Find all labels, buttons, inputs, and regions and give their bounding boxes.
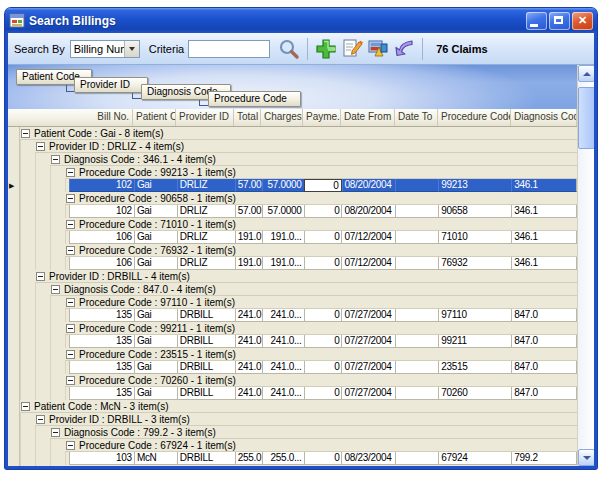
table-row[interactable]: 106GaiDRLIZ191.0...191.0...007/12/200476… xyxy=(8,257,577,270)
cell-payments[interactable]: 0 xyxy=(304,231,342,244)
vertical-scrollbar[interactable] xyxy=(577,65,594,466)
column-header-date-to[interactable]: Date To xyxy=(395,109,438,126)
group-row[interactable]: Procedure Code : 99213 - 1 item(s) xyxy=(8,166,577,179)
collapse-icon[interactable] xyxy=(21,129,30,138)
cell-date-from[interactable]: 07/12/2004 xyxy=(341,231,395,244)
cell-payments[interactable]: 0 xyxy=(304,257,342,270)
cell-date-to[interactable] xyxy=(395,231,438,244)
group-header[interactable]: Diagnosis Code : 847.0 - 4 item(s) xyxy=(50,283,577,296)
cell-bill-no[interactable]: 135 xyxy=(69,309,134,322)
cell-diagnosis-code[interactable]: 847.0 xyxy=(511,309,577,322)
cell-date-from[interactable]: 08/20/2004 xyxy=(342,179,396,192)
table-row[interactable]: 103McNDRBILL255.0...255.0...008/23/20046… xyxy=(8,452,577,465)
group-row[interactable]: Provider ID : DRLIZ - 4 item(s) xyxy=(8,140,577,153)
cell-charges[interactable]: 57.0000 xyxy=(262,205,304,218)
group-row[interactable]: Procedure Code : 67924 - 1 item(s) xyxy=(8,439,577,452)
add-button[interactable] xyxy=(313,36,339,62)
cell-payments[interactable]: 0 xyxy=(304,205,342,218)
table-row[interactable]: 135GaiDRBILL241.0...241.0...007/27/20042… xyxy=(8,361,577,374)
group-by-provider-id[interactable]: Provider ID xyxy=(74,77,148,93)
cell-payments[interactable]: 0 xyxy=(304,387,342,400)
maximize-button[interactable] xyxy=(549,12,570,30)
collapse-icon[interactable] xyxy=(66,194,75,203)
table-row[interactable]: 135GaiDRBILL241.0...241.0...007/27/20049… xyxy=(8,309,577,322)
group-header[interactable]: Procedure Code : 71010 - 1 item(s) xyxy=(65,218,577,231)
group-header[interactable]: Procedure Code : 76932 - 1 item(s) xyxy=(65,244,577,257)
title-bar[interactable]: Search Billings ✕ xyxy=(5,8,597,33)
cell-date-from[interactable]: 08/23/2004 xyxy=(341,452,395,465)
cell-bill-no[interactable]: 135 xyxy=(69,335,134,348)
collapse-icon[interactable] xyxy=(36,272,45,281)
cell-payments[interactable]: 0 xyxy=(304,335,342,348)
cell-diagnosis-code[interactable]: 346.1 xyxy=(511,205,577,218)
group-header[interactable]: Diagnosis Code : 346.1 - 4 item(s) xyxy=(50,153,577,166)
group-header[interactable] xyxy=(65,465,577,466)
group-row[interactable]: Procedure Code : 70260 - 1 item(s) xyxy=(8,374,577,387)
group-header[interactable]: Procedure Code : 99211 - 1 item(s) xyxy=(65,322,577,335)
group-row[interactable]: Diagnosis Code : 346.1 - 4 item(s) xyxy=(8,153,577,166)
group-row[interactable]: Provider ID : DRBILL - 4 item(s) xyxy=(8,270,577,283)
criteria-input[interactable] xyxy=(188,40,270,58)
cell-provider-id[interactable]: DRLIZ xyxy=(177,205,235,218)
group-header[interactable]: Provider ID : DRBILL - 3 item(s) xyxy=(35,413,577,426)
cell-payments[interactable]: 0 xyxy=(304,309,342,322)
group-header[interactable]: Provider ID : DRBILL - 4 item(s) xyxy=(35,270,577,283)
cell-procedure-code[interactable]: 97110 xyxy=(438,309,511,322)
cell-diagnosis-code[interactable]: 847.0 xyxy=(511,387,577,400)
search-by-dropdown[interactable]: Billing Number xyxy=(70,40,140,58)
cell-total[interactable]: 241.0... xyxy=(235,309,262,322)
dropdown-arrow-button[interactable] xyxy=(124,41,139,57)
cell-diagnosis-code[interactable]: 346.1 xyxy=(511,257,577,270)
group-row[interactable]: Diagnosis Code : 799.2 - 3 item(s) xyxy=(8,426,577,439)
table-row[interactable]: 135GaiDRBILL241.0...241.0...007/27/20049… xyxy=(8,335,577,348)
group-row[interactable] xyxy=(8,465,577,466)
cell-total[interactable]: 191.0... xyxy=(235,231,262,244)
cell-procedure-code[interactable]: 76932 xyxy=(438,257,511,270)
cell-procedure-code[interactable]: 99213 xyxy=(438,179,511,192)
scroll-up-button[interactable] xyxy=(578,65,594,82)
cell-date-to[interactable] xyxy=(395,257,438,270)
cell-total[interactable]: 241.0... xyxy=(235,335,262,348)
group-header[interactable]: Procedure Code : 70260 - 1 item(s) xyxy=(65,374,577,387)
cell-charges[interactable]: 241.0... xyxy=(262,335,304,348)
column-header-diagnosis-code[interactable]: Diagnosis Code xyxy=(511,109,577,126)
close-button[interactable]: ✕ xyxy=(572,12,593,30)
cell-provider-id[interactable]: DRLIZ xyxy=(177,179,235,192)
cell-date-to[interactable] xyxy=(395,387,438,400)
cell-date-to[interactable] xyxy=(395,335,438,348)
cell-bill-no[interactable]: 106 xyxy=(69,231,134,244)
table-row[interactable]: 102GaiDRLIZ57.00...57.0000008/20/2004906… xyxy=(8,205,577,218)
cell-charges[interactable]: 241.0... xyxy=(262,387,304,400)
preview-button[interactable] xyxy=(365,36,391,62)
table-row[interactable]: ▶102GaiDRLIZ57.00...57.0000008/20/200499… xyxy=(8,179,577,192)
group-row[interactable]: Procedure Code : 90658 - 1 item(s) xyxy=(8,192,577,205)
cell-bill-no[interactable]: 102 xyxy=(69,205,134,218)
group-row[interactable]: Procedure Code : 71010 - 1 item(s) xyxy=(8,218,577,231)
column-header-payments[interactable]: Payme... xyxy=(303,109,341,126)
group-row[interactable]: Patient Code : Gai - 8 item(s) xyxy=(8,127,577,140)
collapse-icon[interactable] xyxy=(66,376,75,385)
cell-patient-code[interactable]: Gai xyxy=(134,179,177,192)
cell-charges[interactable]: 241.0... xyxy=(262,361,304,374)
edit-button[interactable] xyxy=(339,36,365,62)
cell-diagnosis-code[interactable]: 799.2 xyxy=(511,452,577,465)
cell-procedure-code[interactable]: 23515 xyxy=(438,361,511,374)
cell-date-to[interactable] xyxy=(395,205,438,218)
search-button[interactable] xyxy=(276,36,302,62)
cell-diagnosis-code[interactable]: 346.1 xyxy=(511,179,577,192)
collapse-icon[interactable] xyxy=(66,324,75,333)
cell-date-to[interactable] xyxy=(395,179,438,192)
cell-charges[interactable]: 241.0... xyxy=(262,309,304,322)
collapse-icon[interactable] xyxy=(51,428,60,437)
group-by-procedure-code[interactable]: Procedure Code xyxy=(208,91,301,107)
cell-bill-no[interactable]: 103 xyxy=(69,452,134,465)
cell-date-to[interactable] xyxy=(395,309,438,322)
group-header[interactable]: Procedure Code : 99213 - 1 item(s) xyxy=(65,166,577,179)
group-header[interactable]: Provider ID : DRLIZ - 4 item(s) xyxy=(35,140,577,153)
cell-patient-code[interactable]: Gai xyxy=(134,361,177,374)
cell-charges[interactable]: 191.0... xyxy=(262,231,304,244)
cell-date-from[interactable]: 07/12/2004 xyxy=(341,257,395,270)
collapse-icon[interactable] xyxy=(51,155,60,164)
cell-total[interactable]: 57.00... xyxy=(235,179,262,192)
cell-diagnosis-code[interactable]: 847.0 xyxy=(511,335,577,348)
